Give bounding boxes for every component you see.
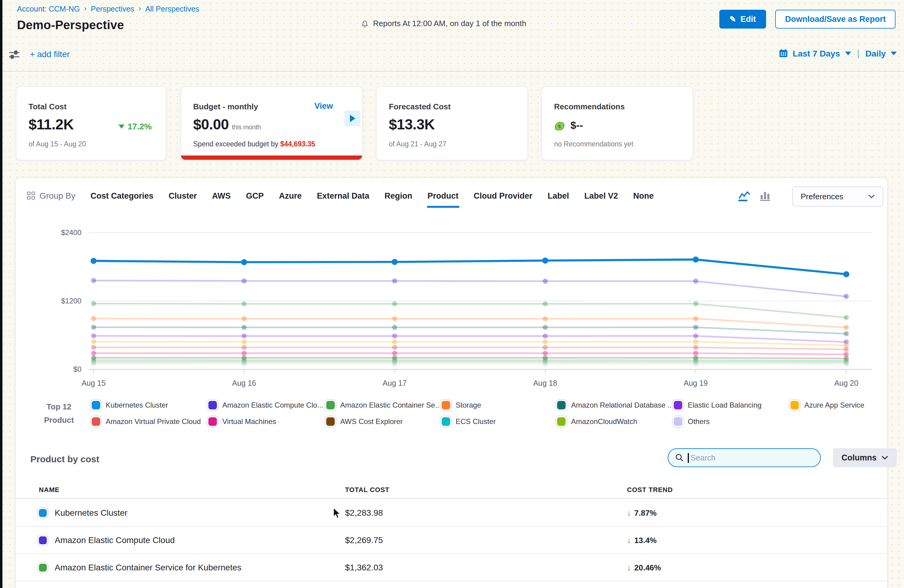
data-point[interactable] bbox=[91, 351, 96, 356]
date-range-dropdown[interactable]: Last 7 Days bbox=[793, 48, 840, 58]
column-header-total-cost[interactable]: TOTAL COST bbox=[345, 486, 627, 493]
legend-item[interactable]: Elastic Load Balancing bbox=[674, 401, 790, 409]
data-point[interactable] bbox=[242, 325, 247, 330]
search-box[interactable] bbox=[668, 448, 821, 467]
data-point[interactable] bbox=[392, 301, 397, 307]
data-point[interactable] bbox=[91, 334, 96, 339]
data-point[interactable] bbox=[542, 278, 548, 284]
chevron-down-icon[interactable] bbox=[891, 51, 897, 55]
cost-trend-chart[interactable]: $0$1200$2400Aug 15Aug 16Aug 17Aug 18Aug … bbox=[16, 225, 888, 397]
data-point[interactable] bbox=[542, 325, 548, 330]
data-point[interactable] bbox=[392, 278, 397, 284]
data-point[interactable] bbox=[693, 351, 699, 356]
data-point[interactable] bbox=[392, 259, 398, 265]
series-line[interactable] bbox=[93, 327, 846, 334]
data-point[interactable] bbox=[242, 316, 247, 321]
data-point[interactable] bbox=[542, 361, 548, 366]
table-row[interactable]: Amazon Elastic Container Service for Kub… bbox=[16, 554, 887, 581]
data-point[interactable] bbox=[91, 325, 96, 330]
data-point[interactable] bbox=[91, 316, 96, 321]
data-point[interactable] bbox=[542, 301, 548, 307]
data-point[interactable] bbox=[693, 339, 699, 345]
data-point[interactable] bbox=[242, 334, 247, 339]
data-point[interactable] bbox=[91, 345, 96, 350]
series-line[interactable] bbox=[93, 364, 846, 364]
budget-view-link[interactable]: View bbox=[315, 101, 333, 111]
preferences-dropdown[interactable]: Preferences bbox=[792, 187, 883, 207]
data-point[interactable] bbox=[844, 315, 849, 320]
data-point[interactable] bbox=[91, 361, 96, 366]
line-chart-icon[interactable] bbox=[738, 190, 751, 202]
edit-button[interactable]: ✎ Edit bbox=[719, 10, 767, 28]
data-point[interactable] bbox=[392, 351, 397, 356]
tab-cost-categories[interactable]: Cost Categories bbox=[90, 188, 154, 208]
breadcrumb-perspectives[interactable]: Perspectives bbox=[91, 5, 134, 13]
series-line[interactable] bbox=[93, 358, 846, 359]
data-point[interactable] bbox=[242, 361, 247, 366]
tab-none[interactable]: None bbox=[632, 188, 654, 208]
tab-azure[interactable]: Azure bbox=[278, 188, 302, 208]
data-point[interactable] bbox=[542, 339, 548, 345]
column-header-cost-trend[interactable]: COST TREND bbox=[627, 486, 887, 493]
data-point[interactable] bbox=[242, 301, 247, 307]
series-line[interactable] bbox=[93, 348, 846, 349]
data-point[interactable] bbox=[693, 334, 699, 339]
legend-item[interactable]: AWS Cost Explorer bbox=[326, 417, 442, 425]
column-header-name[interactable]: NAME bbox=[16, 486, 345, 493]
legend-item[interactable]: ECS Cluster bbox=[442, 417, 557, 425]
data-point[interactable] bbox=[242, 278, 247, 284]
tab-label[interactable]: Label bbox=[547, 188, 570, 208]
data-point[interactable] bbox=[91, 301, 96, 306]
breadcrumb-account[interactable]: Account: CCM-NG bbox=[17, 5, 80, 13]
data-point[interactable] bbox=[542, 345, 548, 350]
data-point[interactable] bbox=[392, 339, 397, 345]
data-point[interactable] bbox=[242, 339, 247, 345]
data-point[interactable] bbox=[693, 345, 699, 350]
data-point[interactable] bbox=[844, 294, 849, 299]
breadcrumb-all-perspectives[interactable]: All Perspectives bbox=[145, 5, 199, 13]
table-row[interactable]: Amazon Elastic Compute Cloud$2,269.75↓13… bbox=[16, 526, 887, 554]
legend-item[interactable]: Amazon Elastic Compute Clo... bbox=[209, 401, 326, 409]
series-line[interactable] bbox=[93, 353, 846, 354]
legend-item[interactable]: Virtual Machines bbox=[209, 417, 326, 425]
data-point[interactable] bbox=[242, 351, 247, 356]
data-point[interactable] bbox=[542, 351, 548, 356]
series-line[interactable] bbox=[93, 260, 846, 274]
table-row[interactable]: Kubernetes Cluster$2,283.98↓7.87% bbox=[16, 499, 887, 526]
data-point[interactable] bbox=[392, 316, 397, 321]
columns-button[interactable]: Columns bbox=[833, 448, 897, 467]
tab-product[interactable]: Product bbox=[427, 188, 459, 208]
tab-cloud-provider[interactable]: Cloud Provider bbox=[473, 188, 533, 208]
data-point[interactable] bbox=[241, 259, 247, 265]
data-point[interactable] bbox=[692, 257, 699, 263]
data-point[interactable] bbox=[844, 325, 849, 330]
series-line[interactable] bbox=[93, 362, 846, 362]
data-point[interactable] bbox=[844, 362, 849, 367]
data-point[interactable] bbox=[542, 316, 548, 321]
data-point[interactable] bbox=[542, 334, 548, 339]
data-point[interactable] bbox=[392, 345, 397, 350]
data-point[interactable] bbox=[91, 278, 96, 283]
data-point[interactable] bbox=[844, 331, 849, 336]
series-line[interactable] bbox=[93, 303, 846, 318]
legend-item[interactable]: Kubernetes Cluster bbox=[92, 401, 209, 409]
data-point[interactable] bbox=[392, 361, 397, 366]
data-point[interactable] bbox=[242, 345, 247, 350]
bar-chart-icon[interactable] bbox=[759, 190, 771, 202]
data-point[interactable] bbox=[693, 278, 699, 284]
data-point[interactable] bbox=[91, 339, 96, 344]
granularity-dropdown[interactable]: Daily bbox=[865, 48, 886, 58]
legend-item[interactable]: AmazonCloudWatch bbox=[557, 417, 674, 425]
tab-external-data[interactable]: External Data bbox=[316, 188, 370, 208]
data-point[interactable] bbox=[90, 258, 96, 264]
legend-item[interactable]: Azure App Service bbox=[790, 401, 885, 409]
legend-item[interactable]: Amazon Virtual Private Cloud bbox=[92, 417, 209, 425]
data-point[interactable] bbox=[693, 361, 699, 366]
series-line[interactable] bbox=[93, 319, 846, 327]
data-point[interactable] bbox=[693, 325, 699, 330]
tab-label-v2[interactable]: Label V2 bbox=[583, 188, 618, 208]
data-point[interactable] bbox=[542, 258, 548, 264]
tab-aws[interactable]: AWS bbox=[212, 188, 231, 208]
download-save-report-button[interactable]: Download/Save as Report bbox=[775, 10, 896, 28]
chevron-down-icon[interactable] bbox=[845, 51, 851, 55]
